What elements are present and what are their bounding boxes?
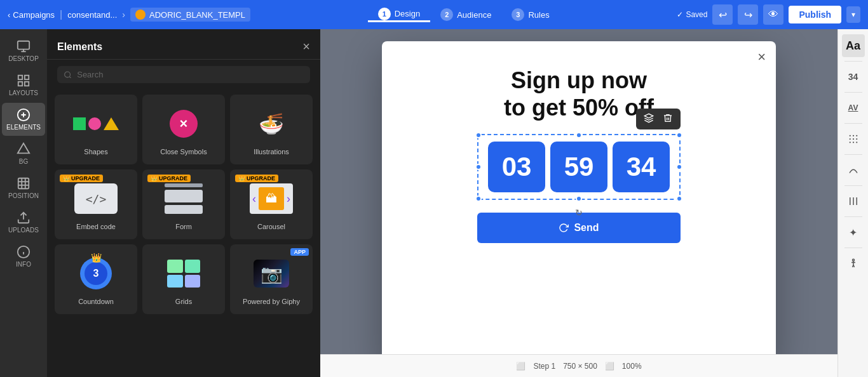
columns-icon bbox=[848, 195, 859, 207]
sidebar-item-layouts[interactable]: LAYOUTS bbox=[2, 69, 45, 102]
svg-marker-19 bbox=[644, 114, 653, 119]
search-input[interactable] bbox=[77, 70, 304, 79]
bottom-bar: ⬜ Step 1 750 × 500 ⬜ 100% bbox=[320, 354, 837, 377]
grid-cell4 bbox=[185, 275, 201, 288]
embed-code-label: Embed code bbox=[76, 223, 116, 230]
element-card-form[interactable]: 👑 UPGRADE Form bbox=[142, 169, 225, 239]
element-card-giphy[interactable]: APP 📷 Powered by Giphy bbox=[230, 244, 313, 314]
illustrations-label: Illustrations bbox=[254, 148, 289, 155]
elements-grid: Shapes × Close Symbols 🍜 Illustrations bbox=[47, 89, 320, 319]
step-audience[interactable]: 2 Audience bbox=[430, 8, 501, 21]
rotate-handle[interactable]: ↻ bbox=[574, 208, 584, 218]
sidebar-item-bg[interactable]: BG bbox=[2, 137, 45, 170]
svg-point-26 bbox=[849, 142, 850, 143]
rt-divider6 bbox=[844, 216, 862, 217]
breadcrumb1[interactable]: consentand... bbox=[67, 10, 117, 20]
crown-icon2: 👑 bbox=[151, 175, 158, 182]
grid-dots-icon bbox=[848, 133, 859, 145]
form-upgrade-badge: 👑 UPGRADE bbox=[147, 175, 191, 182]
sidebar-item-info[interactable]: INFO bbox=[2, 240, 45, 273]
preview-button[interactable]: 👁 bbox=[763, 4, 783, 25]
sidebar-item-desktop[interactable]: DESKTOP bbox=[2, 34, 45, 67]
sidebar-item-uploads[interactable]: UPLOADS bbox=[2, 206, 45, 239]
upgrade-badge: 👑 UPGRADE bbox=[60, 175, 103, 182]
modal-title-line1: Sign up now bbox=[511, 67, 647, 93]
svg-point-32 bbox=[852, 259, 854, 261]
modal-close-button[interactable]: × bbox=[757, 49, 766, 65]
back-button[interactable]: ‹ Campaigns bbox=[8, 10, 55, 20]
element-card-embed-code[interactable]: 👑 UPGRADE </> Embed code bbox=[55, 169, 137, 239]
rt-av-button[interactable]: AV bbox=[842, 96, 865, 119]
layers-button[interactable] bbox=[640, 111, 658, 127]
rt-magic-button[interactable]: ✦ bbox=[842, 221, 865, 244]
modal: × Sign up now to get 50% off bbox=[382, 41, 776, 365]
element-card-illustrations[interactable]: 🍜 Illustrations bbox=[230, 95, 313, 164]
delete-button[interactable] bbox=[659, 111, 677, 127]
step-design[interactable]: 1 Design bbox=[368, 8, 430, 22]
navbar: ‹ Campaigns | consentand... › ADORIC_BLA… bbox=[0, 0, 868, 29]
nav-right: ✓ Saved ↩ ↪ 👁 Publish ▾ bbox=[677, 4, 860, 25]
search-icon bbox=[64, 70, 72, 79]
rt-text-button[interactable]: Aa bbox=[842, 34, 865, 57]
handle-ml[interactable] bbox=[475, 164, 482, 170]
svg-point-22 bbox=[856, 135, 857, 136]
search-box bbox=[57, 66, 310, 83]
rt-curve-button[interactable] bbox=[842, 159, 865, 182]
panel-close-button[interactable]: × bbox=[302, 39, 310, 54]
template-name: ADORIC_BLANK_TEMPL bbox=[149, 10, 245, 20]
template-breadcrumb[interactable]: ADORIC_BLANK_TEMPL bbox=[130, 8, 250, 22]
handle-mr[interactable] bbox=[676, 164, 682, 170]
sidebar-item-elements[interactable]: ELEMENTS bbox=[2, 103, 45, 136]
sidebar-item-position[interactable]: POSITION bbox=[2, 171, 45, 204]
close-x-icon: × bbox=[180, 116, 188, 132]
countdown-label: Countdown bbox=[78, 298, 114, 305]
zoom-level: 100% bbox=[622, 362, 642, 371]
bg-icon bbox=[17, 142, 31, 156]
svg-point-20 bbox=[849, 135, 850, 136]
countdown-toolbar bbox=[636, 109, 681, 129]
element-card-shapes[interactable]: Shapes bbox=[55, 95, 137, 164]
element-card-carousel[interactable]: 👑 UPGRADE ‹ 🏔 › Carousel bbox=[230, 169, 313, 239]
rt-number-button[interactable]: 34 bbox=[842, 65, 865, 88]
redo-button[interactable]: ↪ bbox=[738, 4, 758, 25]
svg-rect-6 bbox=[25, 82, 29, 86]
handle-tm[interactable] bbox=[576, 132, 582, 138]
undo-button[interactable]: ↩ bbox=[712, 4, 733, 25]
sidebar-label-position: POSITION bbox=[8, 192, 39, 199]
handle-bl[interactable] bbox=[475, 195, 482, 202]
elements-panel: Elements × Shapes bbox=[47, 29, 320, 377]
countdown-widget[interactable]: 03 59 34 ↻ bbox=[477, 134, 681, 200]
grid-cell2 bbox=[185, 260, 201, 273]
element-card-countdown[interactable]: 👑 3 Countdown bbox=[55, 244, 137, 314]
trash-icon bbox=[663, 113, 673, 123]
svg-point-24 bbox=[852, 138, 853, 140]
rt-columns-button[interactable] bbox=[842, 190, 865, 213]
publish-dropdown-button[interactable]: ▾ bbox=[846, 6, 860, 23]
rt-accessibility-button[interactable] bbox=[842, 252, 865, 275]
element-card-grids[interactable]: Grids bbox=[142, 244, 225, 314]
element-card-close-symbols[interactable]: × Close Symbols bbox=[142, 95, 225, 164]
sidebar-label-uploads: UPLOADS bbox=[8, 227, 39, 234]
svg-point-21 bbox=[852, 135, 853, 136]
campaigns-breadcrumb[interactable]: Campaigns bbox=[13, 10, 55, 20]
handle-tr[interactable] bbox=[676, 132, 682, 138]
template-icon bbox=[135, 10, 146, 20]
icon-sidebar: DESKTOP LAYOUTS ELEMENTS BG POSITION bbox=[0, 29, 47, 377]
close-symbols-preview: × bbox=[158, 105, 209, 143]
handle-bm[interactable] bbox=[576, 195, 582, 202]
publish-button[interactable]: Publish bbox=[789, 6, 841, 23]
shape-triangle bbox=[104, 117, 119, 130]
handle-tl[interactable] bbox=[475, 132, 482, 138]
grids-label: Grids bbox=[175, 298, 192, 305]
elements-icon bbox=[17, 108, 31, 122]
layers-icon bbox=[644, 113, 654, 123]
rt-divider3 bbox=[844, 123, 862, 124]
rt-grid-button[interactable] bbox=[842, 128, 865, 150]
handle-br[interactable] bbox=[676, 195, 682, 202]
grid-cell3 bbox=[167, 275, 183, 288]
svg-rect-5 bbox=[18, 82, 22, 86]
illustration-icon: 🍜 bbox=[259, 112, 284, 136]
carousel-label: Carousel bbox=[257, 223, 285, 230]
countdown-hours: 03 bbox=[502, 152, 532, 182]
step-rules[interactable]: 3 Rules bbox=[501, 8, 559, 21]
